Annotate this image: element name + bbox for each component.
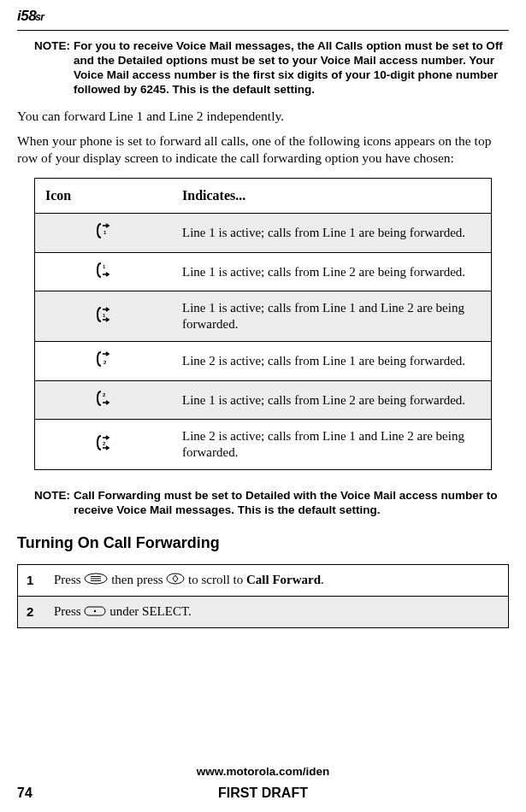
model-label: i58sr bbox=[17, 7, 44, 25]
forward-icon: 2 bbox=[35, 341, 172, 380]
model-suffix: sr bbox=[35, 11, 44, 23]
steps-table: 1 Press then press to scroll to Call For… bbox=[17, 564, 509, 628]
table-row: 2 Line 1 is active; calls from Line 2 ar… bbox=[35, 380, 491, 420]
svg-rect-9 bbox=[91, 580, 101, 581]
svg-rect-7 bbox=[91, 576, 101, 577]
table-cell-desc: Line 1 is active; calls from Line 2 are … bbox=[172, 252, 491, 291]
call-forward-label: Call Forward bbox=[246, 573, 321, 586]
header-rule bbox=[17, 30, 509, 31]
table-row: 1 Press then press to scroll to Call For… bbox=[18, 565, 508, 596]
note-label: NOTE: bbox=[34, 39, 74, 97]
table-cell-desc: Line 1 is active; calls from Line 1 are … bbox=[172, 213, 491, 252]
note-block-1: NOTE: For you to receive Voice Mail mess… bbox=[34, 39, 509, 97]
footer-url: www.motorola.com/iden bbox=[0, 765, 526, 780]
svg-text:1: 1 bbox=[103, 313, 106, 318]
step-text: Press then press to scroll to Call Forwa… bbox=[45, 565, 508, 596]
table-row: 2 Line 2 is active; calls from Line 1 an… bbox=[35, 420, 491, 469]
forward-icon: 1 bbox=[35, 291, 172, 342]
table-cell-desc: Line 1 is active; calls from Line 2 are … bbox=[172, 380, 491, 420]
table-row: 2 Line 2 is active; calls from Line 1 ar… bbox=[35, 341, 491, 380]
svg-point-10 bbox=[167, 574, 184, 584]
model-prefix: i58 bbox=[17, 8, 36, 24]
step-number: 1 bbox=[18, 565, 45, 596]
icon-table-header-icon: Icon bbox=[35, 179, 172, 214]
page-number: 74 bbox=[17, 785, 33, 802]
svg-text:1: 1 bbox=[103, 264, 106, 269]
page-footer: www.motorola.com/iden 74 FIRST DRAFT 74 bbox=[0, 765, 526, 802]
icon-table: Icon Indicates... 1 Line 1 is active; ca… bbox=[34, 178, 492, 470]
draft-label: FIRST DRAFT bbox=[218, 785, 308, 802]
forward-icon: 2 bbox=[35, 380, 172, 420]
svg-text:1: 1 bbox=[103, 230, 107, 235]
step-number: 2 bbox=[18, 597, 45, 627]
svg-point-12 bbox=[94, 610, 96, 612]
forward-icon: 1 bbox=[35, 252, 172, 291]
table-cell-desc: Line 2 is active; calls from Line 1 are … bbox=[172, 341, 491, 380]
softkey-button-icon bbox=[84, 604, 106, 621]
note-text: For you to receive Voice Mail messages, … bbox=[74, 39, 509, 97]
table-row: 1 Line 1 is active; calls from Line 2 ar… bbox=[35, 252, 491, 291]
svg-text:2: 2 bbox=[103, 360, 107, 365]
menu-button-icon bbox=[84, 573, 108, 589]
forward-icon: 1 bbox=[35, 213, 172, 252]
table-row: 1 Line 1 is active; calls from Line 1 an… bbox=[35, 291, 491, 342]
page-header: i58sr bbox=[17, 7, 509, 28]
svg-text:2: 2 bbox=[103, 441, 106, 446]
svg-text:2: 2 bbox=[103, 392, 106, 397]
nav-button-icon bbox=[166, 573, 185, 589]
forward-icon: 2 bbox=[35, 420, 172, 469]
icon-table-header-indicates: Indicates... bbox=[172, 179, 491, 214]
note-text: Call Forwarding must be set to Detailed … bbox=[74, 489, 509, 518]
table-row: 1 Line 1 is active; calls from Line 1 ar… bbox=[35, 213, 491, 252]
table-row: 2 Press under SELECT. bbox=[18, 597, 508, 627]
section-heading: Turning On Call Forwarding bbox=[17, 533, 509, 553]
svg-rect-8 bbox=[91, 579, 101, 580]
note-block-2: NOTE: Call Forwarding must be set to Det… bbox=[34, 489, 509, 518]
step-text: Press under SELECT. bbox=[45, 597, 508, 627]
table-cell-desc: Line 2 is active; calls from Line 1 and … bbox=[172, 420, 491, 469]
note-label: NOTE: bbox=[34, 489, 74, 518]
paragraph-2: When your phone is set to forward all ca… bbox=[17, 132, 509, 166]
paragraph-1: You can forward Line 1 and Line 2 indepe… bbox=[17, 108, 509, 124]
table-cell-desc: Line 1 is active; calls from Line 1 and … bbox=[172, 291, 491, 342]
